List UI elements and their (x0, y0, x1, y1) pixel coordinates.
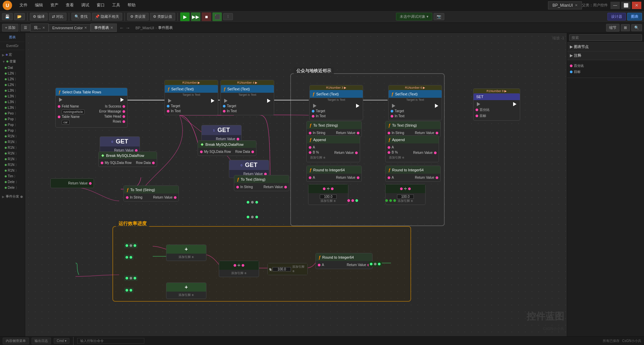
left-item-l3n-4[interactable]: L3N ⟩ (1, 105, 24, 111)
debug-selector[interactable]: 未选中调试对象 ▾ (396, 13, 432, 20)
eff-value-input[interactable] (273, 267, 291, 271)
left-item-event-section[interactable]: ▶ 事件分发 ⊕ (1, 193, 24, 200)
tab-close-env[interactable]: ✕ (84, 26, 87, 30)
append-node-2[interactable]: ƒ Append A B % 添加引脚 ⊕ (385, 135, 439, 162)
debug-extra-button[interactable]: 📷 (434, 13, 444, 20)
set-node-8[interactable]: R1Number 8 ▶ SET 百分比 目标 (473, 88, 520, 121)
cmd-button[interactable]: Cmd ▾ (54, 338, 69, 344)
file-tab-close[interactable]: ✕ (575, 3, 578, 7)
to-text-node-2[interactable]: ƒ To Text (String) In String Return Valu… (234, 175, 289, 191)
div-value-input[interactable] (320, 195, 337, 199)
left-item-dele-1[interactable]: Dele ⟩ (1, 179, 24, 185)
round-int-node-2[interactable]: ƒ Round to Integer64 A Return Value (385, 166, 441, 182)
left-item-r1n-1[interactable]: R1N ⟩ (1, 133, 24, 139)
menu-help[interactable]: 帮助 (124, 1, 139, 9)
left-item-l3n-2[interactable]: L3N ⟩ (1, 93, 24, 99)
left-item-l2n-1[interactable]: L2N ⟩ (1, 71, 24, 76)
tab-close-my[interactable]: ✕ (42, 26, 45, 30)
set-text-node-2[interactable]: R1Number 4 ▶ ƒ SetText (Text) Target is … (220, 80, 274, 115)
append-node-1[interactable]: ƒ Append A B % 添加引脚 ⊕ (306, 135, 360, 162)
left-item-dele-2[interactable]: Dele ⟩ (1, 185, 24, 190)
graph-nodes-section[interactable]: ▶ 图表节点 (567, 43, 644, 51)
break-mysql-node-1[interactable]: ◆ Break MySQLDataRow My SQLData Row Row … (98, 152, 157, 167)
left-tab-graph[interactable]: 图表 (0, 33, 25, 42)
resume-button[interactable]: ▶▶ (191, 12, 200, 21)
break-mysql-node-2[interactable]: ◆ Break MySQLDataRow My SQLData Row Row … (198, 140, 256, 156)
output-log-button[interactable]: 输出日志 (32, 338, 51, 344)
left-item-r1n-6[interactable]: R1N ⟩ (1, 162, 24, 168)
left-item-pop-3[interactable]: Pop ⟩ (1, 128, 24, 133)
stop-button[interactable]: ■ (202, 12, 211, 21)
detail-toggle-button[interactable]: 缩节 (606, 24, 620, 32)
menu-tools[interactable]: 工具 (109, 1, 123, 9)
pause-button[interactable]: ⬛ (212, 12, 222, 21)
round-int-node-1[interactable]: ƒ Round to Integer64 A Return Value (306, 166, 362, 182)
round-int-eff-node[interactable]: ƒ Round to Integer64 A Return Value (315, 253, 373, 269)
toolbar-save-button[interactable]: 💾 (2, 13, 13, 20)
add-pin-val[interactable]: 添加引脚 ⊕ (292, 265, 306, 273)
left-item-dat[interactable]: Dat (1, 65, 24, 71)
minimize-button[interactable]: — (610, 2, 620, 9)
left-item-pop-2[interactable]: Pop ⟩ (1, 122, 24, 128)
eff-add-pin-1[interactable]: + 添加引脚 ⊕ (166, 245, 206, 261)
add-tab-button[interactable]: + 添加 (2, 24, 18, 32)
tab-my[interactable]: 我... ✕ (30, 24, 48, 32)
content-slide-button[interactable]: 内容侧滑菜单 (3, 338, 29, 344)
div-value-input-2[interactable] (397, 195, 414, 199)
left-item-pop-1[interactable]: Pop ⟩ (1, 116, 24, 122)
left-item-macro[interactable]: ▶ 宏 (1, 51, 24, 58)
file-tab[interactable]: BP_MianUI ✕ (548, 1, 582, 9)
set-text-node-1[interactable]: R1Number ▶ ƒ SetText (Text) Target is Te… (164, 80, 218, 115)
left-item-l3n-3[interactable]: L3N ⟩ (1, 99, 24, 105)
add-pin-button-2[interactable]: 添加引脚 ⊕ (388, 155, 406, 161)
left-item-tim[interactable]: Tim ⟩ (1, 173, 24, 179)
eff-div-node[interactable]: ÷ 添加引脚 ⊕ (219, 261, 259, 277)
more-options-button[interactable]: ⋮ (223, 13, 233, 20)
add-pin-div-eff[interactable]: 添加引脚 ⊕ (219, 270, 259, 277)
add-pin-label-1[interactable]: 添加引脚 ⊕ (166, 254, 206, 261)
play-button[interactable]: ▶ (180, 12, 190, 21)
console-input[interactable] (77, 338, 144, 344)
tab-close-event[interactable]: ✕ (110, 26, 113, 30)
left-item-peo[interactable]: Peo ⟩ (1, 111, 24, 116)
class-defaults-button[interactable]: ⚙ 类默认值 (150, 13, 175, 20)
designer-button[interactable]: 设计器 (607, 13, 626, 20)
to-text-node-3[interactable]: ƒ To Text (String) In String Return Valu… (306, 121, 362, 137)
toolbar-browse-button[interactable]: 📂 (14, 13, 25, 20)
menu-edit[interactable]: 编辑 (32, 1, 46, 9)
nav-back-button[interactable]: ← (119, 25, 124, 31)
left-item-l2n-2[interactable]: L2N ⟩ (1, 76, 24, 82)
menu-debug[interactable]: 调试 (78, 1, 93, 9)
menu-asset[interactable]: 资产 (47, 1, 62, 9)
menu-file[interactable]: 文件 (16, 1, 31, 9)
left-item-r1n-3[interactable]: R1N ⟩ (1, 145, 24, 150)
search-button[interactable]: 🔍 查找 (71, 13, 91, 20)
eff-add-pin-2[interactable]: + 添加引脚 ⊕ (166, 283, 206, 299)
left-item-l3n-1[interactable]: L3N ⟩ (1, 88, 24, 93)
left-tab-eventgr[interactable]: EventGr (0, 42, 25, 50)
compile-button[interactable]: ⚙ 编译 (30, 13, 48, 20)
add-pin-div[interactable]: 添加引脚 ⊕ (310, 199, 347, 203)
select-data-table-node[interactable]: ƒ Select Data Table Rows Feild Name (55, 88, 128, 128)
tab-env[interactable]: Environment Color ✕ (49, 24, 91, 32)
left-item-r1n-4[interactable]: R1N ⟩ (1, 150, 24, 156)
set-text-node-3[interactable]: R1Number 3 ▶ ƒ SetText (Text) Target is … (309, 85, 363, 120)
right-search-input[interactable] (569, 34, 642, 41)
left-item-r1n-7[interactable]: R1N ⟩ (1, 168, 24, 173)
panel-toggle-button[interactable]: ☰ (21, 24, 30, 31)
right-search-button[interactable]: 🔍 (631, 24, 642, 31)
class-settings-button[interactable]: ⚙ 类设置 (127, 13, 149, 20)
grid-view-button[interactable]: ⊞ (621, 24, 630, 31)
feild-name-value[interactable]: runningvehicle (62, 110, 85, 114)
comments-section[interactable]: ▶ 注释 (567, 51, 644, 60)
left-item-l2n-3[interactable]: L2N ⟩ (1, 82, 24, 88)
set-text-node-4[interactable]: R1Number 6 ▶ ƒ SetText (Text) Target is … (388, 85, 442, 120)
menu-view[interactable]: 查看 (62, 1, 77, 9)
nav-forward-button[interactable]: → (126, 25, 130, 31)
maximize-button[interactable]: ⬜ (621, 2, 631, 9)
return-value-node[interactable]: Return Value (50, 178, 94, 188)
close-button[interactable]: ✕ (632, 2, 641, 9)
tab-event-graph[interactable]: 事件图表 ✕ (91, 24, 117, 32)
graph-button[interactable]: 图表 (627, 13, 642, 20)
to-text-node-4[interactable]: ƒ To Text (String) In String Return Valu… (385, 121, 441, 137)
